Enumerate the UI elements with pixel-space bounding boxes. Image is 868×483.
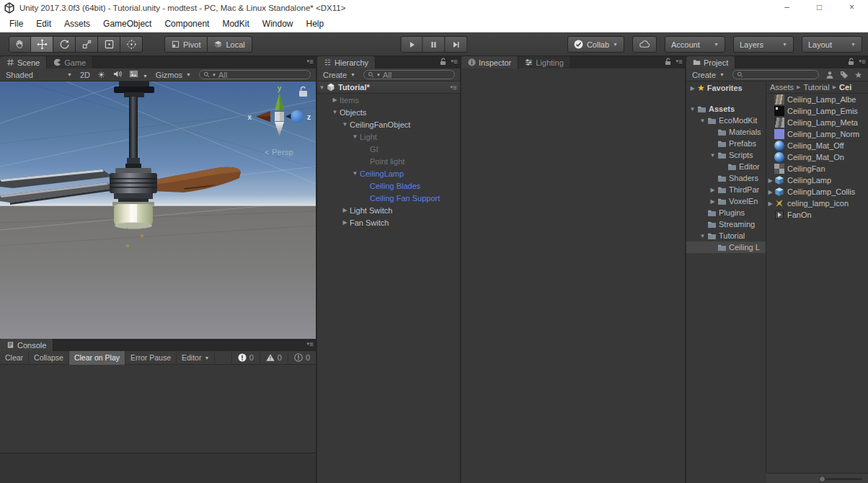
project-folder-materials[interactable]: Materials: [686, 126, 766, 138]
asset-item-ceiling-mat-on[interactable]: Ceiling_Mat_On: [766, 151, 868, 163]
create-dropdown[interactable]: Create ▼: [688, 68, 729, 81]
gizmos-dropdown[interactable]: Gizmos ▼: [151, 68, 195, 81]
tab-game[interactable]: Game: [47, 56, 93, 68]
asset-item-ceiling-lamp-meta[interactable]: Ceiling_Lamp_Meta: [766, 117, 868, 128]
project-folder-favorites[interactable]: ▶★Favorites: [686, 82, 766, 94]
hierarchy-item-point-light[interactable]: Point light: [317, 155, 460, 167]
project-folder-prefabs[interactable]: Prefabs: [686, 138, 766, 149]
breadcrumb-item-tutorial[interactable]: Tutorial: [803, 83, 829, 92]
project-folder-shaders[interactable]: Shaders: [686, 172, 766, 184]
console-log-area[interactable]: [0, 365, 316, 452]
play-button[interactable]: [401, 36, 423, 53]
hierarchy-item-ceiling-fan-support[interactable]: Ceiling Fan Support: [317, 192, 460, 204]
move-tool-button[interactable]: [31, 36, 53, 53]
asset-item-ceilingfan[interactable]: CeilingFan: [766, 163, 868, 174]
slider-knob[interactable]: [819, 476, 825, 482]
menu-item-help[interactable]: Help: [300, 19, 331, 29]
scene-lighting-toggle[interactable]: ☀: [94, 70, 109, 80]
asset-item-ceiling-mat-off[interactable]: Ceiling_Mat_Off: [766, 140, 868, 151]
expand-arrow-icon[interactable]: ▶: [708, 198, 717, 205]
hierarchy-search-input[interactable]: ▼ All: [363, 70, 455, 79]
expand-arrow-icon[interactable]: ▼: [350, 133, 360, 140]
asset-item-ceilinglamp-collis[interactable]: ▶CeilingLamp_Collis: [766, 186, 868, 198]
asset-item-ceiling-lamp-albe[interactable]: Ceiling_Lamp_Albe: [766, 94, 868, 105]
collab-dropdown[interactable]: Collab ▼: [567, 36, 624, 53]
menu-item-assets[interactable]: Assets: [58, 19, 97, 29]
expand-arrow-icon[interactable]: ▼: [688, 106, 697, 112]
transform-tool-button[interactable]: [120, 36, 143, 53]
expand-arrow-icon[interactable]: ▼: [340, 121, 350, 128]
panel-menu-icon[interactable]: ▼≡: [450, 58, 457, 66]
panel-menu-icon[interactable]: ▼≡: [858, 58, 865, 66]
asset-item-ceiling-lamp-norm[interactable]: Ceiling_Lamp_Norm: [766, 128, 868, 140]
tab-project[interactable]: Project: [686, 56, 735, 68]
local-toggle-button[interactable]: Local: [208, 36, 252, 53]
scene-asset-row[interactable]: ▼ Tutorial* ▼≡: [317, 81, 460, 94]
project-folder-tutorial[interactable]: ▼Tutorial: [686, 230, 766, 241]
tab-inspector[interactable]: Inspector: [461, 56, 518, 68]
tab-hierarchy[interactable]: Hierarchy: [317, 56, 376, 68]
rotate-tool-button[interactable]: [53, 36, 76, 53]
lock-icon[interactable]: [299, 87, 307, 97]
project-folder-plugins[interactable]: Plugins: [686, 207, 766, 218]
clear-button[interactable]: Clear: [0, 351, 29, 365]
expand-arrow-icon[interactable]: ▼: [708, 152, 717, 159]
expand-arrow-icon[interactable]: ▶: [340, 219, 350, 226]
tab-lighting[interactable]: Lighting: [518, 56, 571, 68]
expand-arrow-icon[interactable]: ▼: [698, 233, 707, 239]
account-dropdown[interactable]: Account ▼: [665, 36, 725, 53]
project-folder-voxelen[interactable]: ▶VoxelEn: [686, 195, 766, 207]
warning-count-badge[interactable]: 0: [260, 351, 288, 365]
hierarchy-item-items[interactable]: ▶Items: [317, 94, 460, 106]
menu-item-edit[interactable]: Edit: [30, 19, 58, 29]
menu-item-window[interactable]: Window: [256, 19, 300, 29]
error-count-badge[interactable]: 0: [288, 351, 316, 365]
cloud-button[interactable]: [632, 36, 657, 53]
shading-mode-dropdown[interactable]: Shaded ▼: [1, 68, 76, 81]
panel-menu-icon[interactable]: ▼≡: [306, 58, 313, 66]
expand-arrow-icon[interactable]: ▶: [330, 97, 340, 103]
panel-menu-icon[interactable]: ▼≡: [675, 58, 682, 66]
pivot-toggle-button[interactable]: Pivot: [164, 36, 208, 53]
tab-console[interactable]: Console: [0, 339, 53, 351]
info-count-badge[interactable]: 0: [231, 351, 260, 365]
hierarchy-item-fan-switch[interactable]: ▶Fan Switch: [317, 216, 460, 229]
scene-audio-toggle[interactable]: [109, 70, 125, 79]
panel-menu-icon[interactable]: ▼≡: [306, 340, 313, 348]
hierarchy-item-ceiling-blades[interactable]: Ceiling Blades: [317, 180, 460, 192]
expand-arrow-icon[interactable]: ▼: [317, 84, 327, 91]
asset-item-celing-lamp-icon[interactable]: ▶celing_lamp_icon: [766, 198, 868, 209]
asset-item-fanon[interactable]: FanOn: [766, 209, 868, 221]
tab-scene[interactable]: Scene: [0, 56, 47, 68]
lock-icon[interactable]: [665, 58, 671, 66]
scene-effects-dropdown[interactable]: ▼: [125, 70, 151, 79]
menu-item-file[interactable]: File: [3, 19, 30, 29]
scene-menu-icon[interactable]: ▼≡: [449, 84, 456, 92]
menu-item-component[interactable]: Component: [158, 19, 216, 29]
lock-icon[interactable]: [440, 58, 446, 66]
expand-arrow-icon[interactable]: ▶: [766, 189, 774, 195]
pause-button[interactable]: [423, 36, 446, 53]
hierarchy-item-ceilinglamp[interactable]: ▼CeilingLamp: [317, 167, 460, 180]
expand-arrow-icon[interactable]: ▶: [708, 187, 717, 193]
project-folder-ceiling-l[interactable]: Ceiling L: [686, 241, 766, 253]
error-pause-button[interactable]: Error Pause: [125, 351, 177, 365]
collab-users-icon[interactable]: [825, 71, 834, 79]
expand-arrow-icon[interactable]: ▼: [698, 118, 707, 124]
step-button[interactable]: [446, 36, 468, 53]
breadcrumb-item-assets[interactable]: Assets: [770, 83, 794, 92]
expand-arrow-icon[interactable]: ▼: [350, 170, 360, 177]
label-tag-icon[interactable]: [840, 71, 849, 79]
breadcrumb-item-cei[interactable]: Cei: [839, 83, 851, 92]
menu-item-gameobject[interactable]: GameObject: [97, 19, 158, 29]
scene-viewport[interactable]: y x z < Persp: [0, 81, 316, 339]
hierarchy-item-gi[interactable]: GI: [317, 143, 460, 155]
scale-tool-button[interactable]: [76, 36, 98, 53]
hierarchy-item-ceilingfanobject[interactable]: ▼CeilingFanObject: [317, 118, 460, 130]
editor-button[interactable]: Editor▼: [177, 351, 215, 365]
collapse-button[interactable]: Collapse: [29, 351, 69, 365]
create-dropdown[interactable]: Create ▼: [319, 68, 360, 81]
favorites-star-icon[interactable]: ★: [854, 70, 862, 80]
clear-on-play-button[interactable]: Clear on Play: [69, 351, 125, 365]
asset-item-ceiling-lamp-emis[interactable]: Ceiling_Lamp_Emis: [766, 105, 868, 117]
